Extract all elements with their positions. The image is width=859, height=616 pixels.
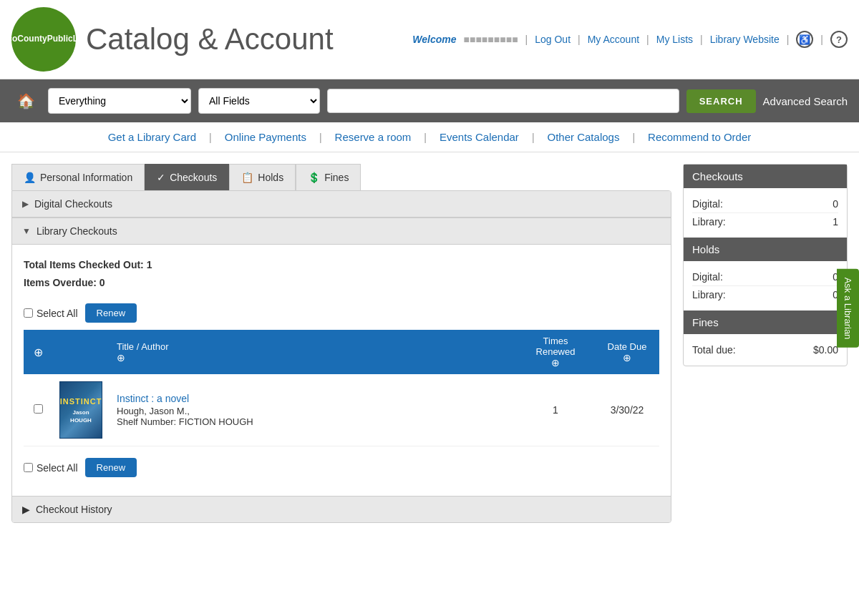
sidebar-fines-total: Total due: $0.00 — [692, 341, 838, 358]
welcome-label: Welcome — [412, 34, 456, 45]
tab-holds[interactable]: 📋 Holds — [229, 164, 296, 190]
search-button[interactable]: SEARCH — [686, 89, 756, 113]
row-checkbox[interactable] — [34, 404, 43, 414]
events-calendar-link[interactable]: Events Calendar — [427, 131, 532, 143]
other-catalogs-link[interactable]: Other Catalogs — [535, 131, 633, 143]
digital-checkouts-arrow: ▶ — [22, 199, 29, 209]
tab-bar: 👤 Personal Information ✓ Checkouts 📋 Hol… — [11, 164, 671, 190]
my-lists-link[interactable]: My Lists — [656, 34, 693, 45]
checkouts-panel: ▶ Digital Checkouts ▼ Library Checkouts … — [11, 190, 671, 523]
checkout-table: ⊕ Title / Author ⊕ Times Renewed ⊕ — [24, 330, 659, 446]
main-content: 👤 Personal Information ✓ Checkouts 📋 Hol… — [0, 152, 859, 534]
book-icon: 📋 — [241, 172, 253, 183]
sidebar-fines-header: Fines — [684, 311, 847, 334]
top-renew-button[interactable]: Renew — [85, 303, 137, 323]
row-title-cell: Instinct : a novel Hough, Jason M., Shel… — [110, 374, 516, 446]
sidebar-holds-library-label: Library: — [692, 289, 726, 300]
ask-librarian-button[interactable]: Ask a Librarian — [837, 268, 859, 348]
header-nav: Welcome ■■■■■■■■■ | Log Out | My Account… — [412, 31, 848, 48]
book-shelf: Shelf Number: FICTION HOUGH — [117, 416, 509, 427]
col-select: ⊕ — [24, 330, 52, 374]
bottom-select-all-checkbox[interactable] — [24, 463, 33, 472]
nav-links: Get a Library Card | Online Payments | R… — [0, 122, 859, 152]
online-payments-link[interactable]: Online Payments — [212, 131, 319, 143]
sidebar-holds-header: Holds — [684, 238, 847, 261]
top-select-renew-row: Select All Renew — [24, 303, 659, 323]
row-times-renewed-cell: 1 — [516, 374, 595, 446]
recommend-order-link[interactable]: Recommend to Order — [635, 131, 764, 143]
search-input[interactable] — [327, 89, 679, 113]
checkout-history-arrow: ▶ — [22, 504, 30, 515]
sidebar-checkouts-library-value: 1 — [833, 216, 838, 228]
book-author: Hough, Jason M., — [117, 406, 509, 416]
sidebar-checkouts-digital: Digital: 0 — [692, 195, 838, 213]
tab-fines[interactable]: 💲 Fines — [296, 164, 361, 190]
bottom-renew-button[interactable]: Renew — [85, 458, 137, 477]
sidebar: Checkouts Digital: 0 Library: 1 Holds Di… — [683, 164, 848, 523]
times-sort-icon[interactable]: ⊕ — [551, 357, 560, 368]
top-select-all-label[interactable]: Select All — [24, 308, 78, 319]
checkout-history-section[interactable]: ▶ Checkout History — [12, 496, 671, 522]
library-logo: Henrico County Public Library — [11, 7, 76, 72]
sidebar-checkouts-library-label: Library: — [692, 216, 726, 228]
sidebar-fines-body: Total due: $0.00 — [684, 334, 847, 366]
book-cover-image: INSTINCT Jason HOUGH — [59, 381, 102, 439]
sidebar-holds-digital: Digital: 0 — [692, 268, 838, 286]
library-checkouts-body: Total Items Checked Out: 1 Items Overdue… — [12, 245, 671, 496]
tab-personal-info[interactable]: 👤 Personal Information — [11, 164, 145, 190]
reserve-room-link[interactable]: Reserve a room — [322, 131, 424, 143]
category-select[interactable]: Everything Catalog Articles Website — [48, 88, 191, 114]
sidebar-card: Checkouts Digital: 0 Library: 1 Holds Di… — [683, 164, 848, 366]
library-checkouts-label: Library Checkouts — [37, 225, 117, 237]
library-website-link[interactable]: Library Website — [710, 34, 780, 45]
sidebar-fines-total-label: Total due: — [692, 344, 736, 356]
accessibility-icon[interactable]: ♿ — [796, 31, 813, 48]
get-card-link[interactable]: Get a Library Card — [95, 131, 209, 143]
col-times-renewed: Times Renewed ⊕ — [516, 330, 595, 374]
col-cover — [52, 330, 110, 374]
book-title-link[interactable]: Instinct : a novel — [117, 393, 189, 404]
date-sort-icon[interactable]: ⊕ — [623, 352, 631, 363]
digital-checkouts-section[interactable]: ▶ Digital Checkouts — [12, 191, 671, 217]
sidebar-checkouts-digital-value: 0 — [833, 198, 838, 210]
title-sort-icon[interactable]: ⊕ — [117, 352, 125, 363]
tab-checkouts[interactable]: ✓ Checkouts — [145, 164, 229, 190]
row-cover-cell: INSTINCT Jason HOUGH — [52, 374, 110, 446]
items-overdue-text: Items Overdue: 0 — [24, 274, 659, 292]
row-date-due-cell: 3/30/22 — [595, 374, 659, 446]
digital-checkouts-label: Digital Checkouts — [34, 198, 112, 210]
bottom-select-renew-row: Select All Renew — [24, 458, 659, 477]
header: Henrico County Public Library Catalog & … — [0, 0, 859, 79]
top-select-all-checkbox[interactable] — [24, 308, 33, 318]
home-button[interactable]: 🏠 — [11, 89, 41, 112]
logout-link[interactable]: Log Out — [535, 34, 571, 45]
checkout-history-label: Checkout History — [36, 504, 112, 515]
col-date-due: Date Due ⊕ — [595, 330, 659, 374]
total-items-text: Total Items Checked Out: 1 — [24, 256, 659, 274]
library-checkouts-arrow: ▼ — [22, 226, 31, 236]
content-area: 👤 Personal Information ✓ Checkouts 📋 Hol… — [11, 164, 671, 523]
welcome-username: ■■■■■■■■■ — [463, 34, 518, 45]
row-checkbox-cell — [24, 374, 52, 446]
site-title: Catalog & Account — [86, 22, 412, 57]
field-select[interactable]: All Fields Title Author Subject ISBN — [198, 88, 320, 114]
search-bar: 🏠 Everything Catalog Articles Website Al… — [0, 79, 859, 122]
sidebar-checkouts-digital-label: Digital: — [692, 198, 723, 210]
my-account-link[interactable]: My Account — [588, 34, 639, 45]
sidebar-holds-library: Library: 0 — [692, 286, 838, 303]
table-row: INSTINCT Jason HOUGH Instinct : a novel … — [24, 374, 659, 446]
bottom-select-all-label[interactable]: Select All — [24, 462, 78, 474]
sidebar-fines-total-value: $0.00 — [813, 344, 838, 356]
sidebar-checkouts-header: Checkouts — [684, 165, 847, 188]
sidebar-holds-body: Digital: 0 Library: 0 — [684, 261, 847, 311]
sidebar-holds-digital-label: Digital: — [692, 271, 723, 283]
dollar-icon: 💲 — [308, 172, 320, 183]
sidebar-checkouts-body: Digital: 0 Library: 1 — [684, 188, 847, 238]
col-title: Title / Author ⊕ — [110, 330, 516, 374]
checkmark-icon: ✓ — [157, 172, 165, 183]
sidebar-checkouts-library: Library: 1 — [692, 213, 838, 230]
library-checkouts-header[interactable]: ▼ Library Checkouts — [12, 217, 671, 245]
checkout-summary: Total Items Checked Out: 1 Items Overdue… — [24, 256, 659, 292]
help-icon[interactable]: ? — [830, 31, 848, 48]
advanced-search-link[interactable]: Advanced Search — [763, 95, 848, 107]
